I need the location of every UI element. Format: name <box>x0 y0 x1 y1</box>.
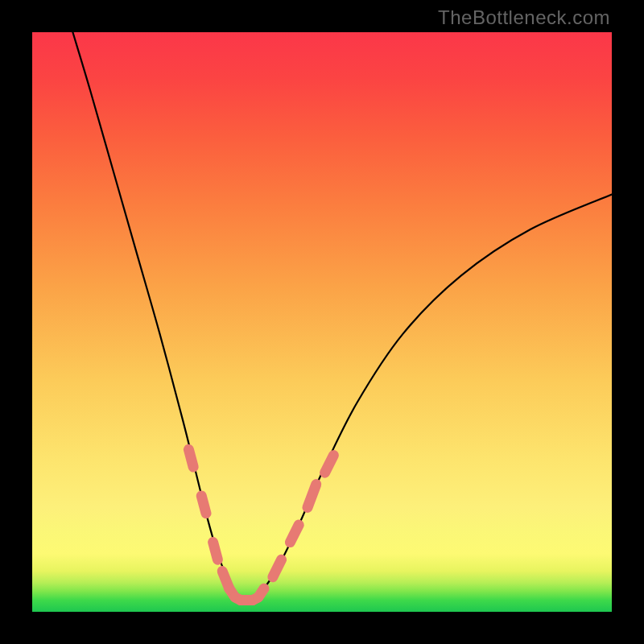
highlight-capsule <box>213 543 218 560</box>
highlight-capsule <box>290 525 299 543</box>
highlight-capsule <box>273 559 282 577</box>
plot-area <box>32 32 612 612</box>
highlight-capsule <box>201 496 206 514</box>
highlight-capsule <box>325 456 334 473</box>
highlight-markers <box>188 449 333 600</box>
chart-frame: TheBottleneck.com <box>0 0 644 644</box>
curve-canvas <box>32 32 612 612</box>
highlight-capsule <box>258 588 264 597</box>
watermark-text: TheBottleneck.com <box>438 6 610 29</box>
highlight-capsule <box>188 449 193 467</box>
bottleneck-curve <box>72 32 612 601</box>
highlight-capsule <box>308 485 316 508</box>
